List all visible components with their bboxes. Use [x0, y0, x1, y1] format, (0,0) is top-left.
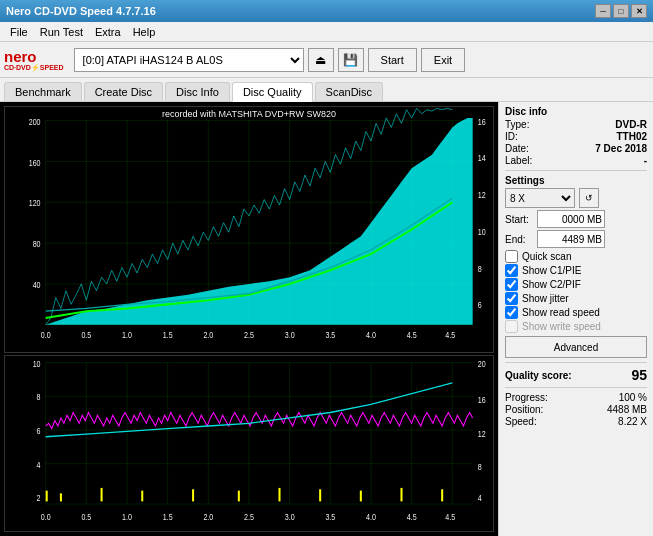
svg-text:1.0: 1.0 — [122, 511, 132, 522]
svg-text:4: 4 — [478, 492, 482, 503]
chart-area: recorded with MATSHITA DVD+RW SW820 — [0, 102, 498, 536]
tab-discinfo[interactable]: Disc Info — [165, 82, 230, 101]
svg-text:8: 8 — [478, 461, 482, 472]
svg-text:3.0: 3.0 — [285, 511, 295, 522]
c1pie-row: Show C1/PIE — [505, 264, 647, 277]
svg-text:40: 40 — [33, 279, 41, 290]
progress-label: Progress: — [505, 392, 548, 403]
svg-text:4.5: 4.5 — [407, 329, 417, 340]
tab-benchmark[interactable]: Benchmark — [4, 82, 82, 101]
svg-text:12: 12 — [478, 189, 486, 200]
disc-date-row: Date: 7 Dec 2018 — [505, 143, 647, 154]
svg-text:2.0: 2.0 — [203, 511, 213, 522]
settings-refresh-btn[interactable]: ↺ — [579, 188, 599, 208]
read-speed-checkbox[interactable] — [505, 306, 518, 319]
logo: nero CD·DVD⚡SPEED — [4, 49, 64, 71]
maximize-button[interactable]: □ — [613, 4, 629, 18]
svg-text:8: 8 — [478, 263, 482, 274]
tab-scandisc[interactable]: ScanDisc — [315, 82, 383, 101]
quality-value: 95 — [631, 367, 647, 383]
speed-row: Speed: 8.22 X — [505, 416, 647, 427]
c2pif-checkbox[interactable] — [505, 278, 518, 291]
jitter-row: Show jitter — [505, 292, 647, 305]
svg-text:200: 200 — [29, 116, 41, 127]
toolbar: nero CD·DVD⚡SPEED [0:0] ATAPI iHAS124 B … — [0, 42, 653, 78]
menu-extra[interactable]: Extra — [89, 24, 127, 40]
svg-text:2.0: 2.0 — [203, 329, 213, 340]
disc-id-label: ID: — [505, 131, 518, 142]
svg-text:4.5: 4.5 — [445, 329, 455, 340]
disc-label-label: Label: — [505, 155, 532, 166]
svg-text:12: 12 — [478, 428, 486, 439]
menu-file[interactable]: File — [4, 24, 34, 40]
c1pie-checkbox[interactable] — [505, 264, 518, 277]
save-button[interactable]: 💾 — [338, 48, 364, 72]
drive-select[interactable]: [0:0] ATAPI iHAS124 B AL0S — [74, 48, 304, 72]
disc-label-row: Label: - — [505, 155, 647, 166]
position-row: Position: 4488 MB — [505, 404, 647, 415]
position-label: Position: — [505, 404, 543, 415]
tab-discquality[interactable]: Disc Quality — [232, 82, 313, 102]
svg-text:8: 8 — [37, 391, 41, 402]
c2pif-row: Show C2/PIF — [505, 278, 647, 291]
divider-1 — [505, 170, 647, 171]
menu-runtest[interactable]: Run Test — [34, 24, 89, 40]
stats-panel: Disc info Type: DVD-R ID: TTH02 Date: 7 … — [498, 102, 653, 536]
svg-text:1.5: 1.5 — [163, 329, 173, 340]
menu-help[interactable]: Help — [127, 24, 162, 40]
advanced-button[interactable]: Advanced — [505, 336, 647, 358]
progress-value: 100 % — [619, 392, 647, 403]
divider-3 — [505, 387, 647, 388]
jitter-checkbox[interactable] — [505, 292, 518, 305]
titlebar: Nero CD-DVD Speed 4.7.7.16 ─ □ ✕ — [0, 0, 653, 22]
svg-text:16: 16 — [478, 116, 486, 127]
svg-text:20: 20 — [478, 358, 486, 369]
c2pif-label: Show C2/PIF — [522, 279, 581, 290]
main-content: recorded with MATSHITA DVD+RW SW820 — [0, 102, 653, 536]
disc-type-value: DVD-R — [615, 119, 647, 130]
svg-text:120: 120 — [29, 197, 41, 208]
window-title: Nero CD-DVD Speed 4.7.7.16 — [6, 5, 595, 17]
eject-button[interactable]: ⏏ — [308, 48, 334, 72]
svg-text:1.5: 1.5 — [163, 511, 173, 522]
progress-row: Progress: 100 % — [505, 392, 647, 403]
quick-scan-row: Quick scan — [505, 250, 647, 263]
top-chart-svg: 200 160 120 80 40 16 14 12 10 8 6 0.0 0.… — [5, 107, 493, 352]
svg-text:6: 6 — [478, 299, 482, 310]
svg-text:4.0: 4.0 — [366, 329, 376, 340]
svg-text:3.5: 3.5 — [325, 329, 335, 340]
quick-scan-label: Quick scan — [522, 251, 571, 262]
svg-text:2: 2 — [37, 492, 41, 503]
end-input[interactable] — [537, 230, 605, 248]
jitter-label: Show jitter — [522, 293, 569, 304]
write-speed-checkbox[interactable] — [505, 320, 518, 333]
c1pie-label: Show C1/PIE — [522, 265, 581, 276]
svg-text:10: 10 — [33, 358, 41, 369]
minimize-button[interactable]: ─ — [595, 4, 611, 18]
progress-section: Progress: 100 % Position: 4488 MB Speed:… — [505, 392, 647, 427]
speed-select[interactable]: 8 X — [505, 188, 575, 208]
window-controls: ─ □ ✕ — [595, 4, 647, 18]
close-button[interactable]: ✕ — [631, 4, 647, 18]
start-row: Start: — [505, 210, 647, 228]
svg-text:2.5: 2.5 — [244, 329, 254, 340]
start-button[interactable]: Start — [368, 48, 417, 72]
svg-text:6: 6 — [37, 425, 41, 436]
write-speed-label: Show write speed — [522, 321, 601, 332]
svg-text:3.0: 3.0 — [285, 329, 295, 340]
menubar: File Run Test Extra Help — [0, 22, 653, 42]
disc-id-row: ID: TTH02 — [505, 131, 647, 142]
settings-title: Settings — [505, 175, 647, 186]
svg-text:0.0: 0.0 — [41, 329, 51, 340]
svg-text:0.0: 0.0 — [41, 511, 51, 522]
svg-text:10: 10 — [478, 226, 486, 237]
quick-scan-checkbox[interactable] — [505, 250, 518, 263]
bottom-chart-svg: 10 8 6 4 2 20 16 12 8 4 0.0 0.5 1.0 1.5 … — [5, 356, 493, 531]
quality-label: Quality score: — [505, 370, 572, 381]
exit-button[interactable]: Exit — [421, 48, 465, 72]
tab-createdisc[interactable]: Create Disc — [84, 82, 163, 101]
start-label: Start: — [505, 214, 535, 225]
disc-date-value: 7 Dec 2018 — [595, 143, 647, 154]
start-input[interactable] — [537, 210, 605, 228]
top-chart: recorded with MATSHITA DVD+RW SW820 — [4, 106, 494, 353]
